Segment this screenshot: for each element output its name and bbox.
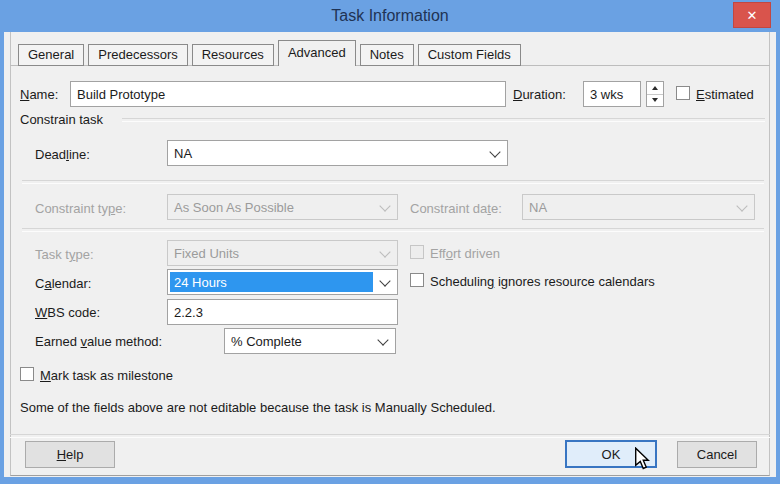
chevron-down-icon[interactable] bbox=[483, 141, 507, 165]
constraint-date-value: NA bbox=[523, 200, 730, 215]
milestone-checkbox[interactable] bbox=[20, 367, 34, 381]
wbs-label: WBS code: bbox=[35, 305, 100, 320]
wbs-input[interactable] bbox=[167, 299, 398, 325]
constraint-type-label: Constraint type: bbox=[35, 201, 126, 216]
milestone-label: Mark task as milestone bbox=[40, 368, 173, 383]
task-information-dialog: Task Information ✕ General Predecessors … bbox=[0, 0, 780, 484]
help-button[interactable]: Help bbox=[25, 441, 115, 468]
ok-button-label: OK bbox=[602, 447, 621, 462]
constraint-date-combo: NA bbox=[522, 194, 755, 220]
constrain-group-label: Constrain task bbox=[20, 112, 103, 127]
deadline-combo[interactable]: NA bbox=[167, 140, 508, 166]
close-button[interactable]: ✕ bbox=[733, 2, 771, 28]
effort-driven-label: Effort driven bbox=[430, 246, 500, 261]
chevron-glyph bbox=[379, 246, 390, 257]
constraint-type-combo: As Soon As Possible bbox=[167, 194, 398, 220]
duration-spinner bbox=[646, 81, 664, 107]
chevron-down-icon bbox=[373, 241, 397, 265]
duration-label: Duration: bbox=[513, 87, 566, 102]
calendar-value: 24 Hours bbox=[170, 272, 373, 292]
chevron-glyph bbox=[489, 146, 500, 157]
task-type-value: Fixed Units bbox=[168, 246, 373, 261]
duration-input[interactable] bbox=[583, 81, 641, 107]
chevron-down-icon bbox=[730, 195, 754, 219]
deadline-value: NA bbox=[168, 146, 483, 161]
calendar-combo[interactable]: 24 Hours bbox=[167, 269, 398, 295]
chevron-down-icon[interactable] bbox=[371, 329, 395, 353]
separator-1 bbox=[22, 180, 764, 184]
name-label: Name: bbox=[20, 87, 58, 102]
chevron-glyph bbox=[736, 200, 747, 211]
tab-resources[interactable]: Resources bbox=[192, 44, 274, 66]
chevron-down-icon[interactable] bbox=[373, 270, 397, 294]
calendar-label: Calendar: bbox=[35, 276, 91, 291]
earned-value-label: Earned value method: bbox=[35, 334, 162, 349]
cancel-button-label: Cancel bbox=[697, 447, 737, 462]
task-type-label: Task type: bbox=[35, 247, 94, 262]
chevron-glyph bbox=[377, 334, 388, 345]
cancel-button[interactable]: Cancel bbox=[677, 441, 757, 468]
chevron-glyph bbox=[379, 200, 390, 211]
triangle-up-icon bbox=[652, 86, 658, 90]
name-input[interactable] bbox=[70, 81, 506, 107]
estimated-label: Estimated bbox=[696, 87, 754, 102]
footer-divider bbox=[10, 434, 770, 438]
constraint-type-value: As Soon As Possible bbox=[168, 200, 373, 215]
earned-value-value: % Complete bbox=[225, 334, 371, 349]
close-icon: ✕ bbox=[747, 8, 758, 23]
note-text: Some of the fields above are not editabl… bbox=[20, 400, 496, 415]
scheduling-label: Scheduling ignores resource calendars bbox=[430, 274, 655, 289]
estimated-checkbox[interactable] bbox=[676, 86, 690, 100]
constraint-date-label: Constraint date: bbox=[410, 201, 502, 216]
dialog-title: Task Information bbox=[0, 0, 780, 31]
cursor-pointer-icon bbox=[634, 447, 650, 471]
constrain-group-line bbox=[122, 118, 765, 122]
effort-driven-checkbox bbox=[410, 245, 424, 259]
task-type-combo: Fixed Units bbox=[167, 240, 398, 266]
earned-value-combo[interactable]: % Complete bbox=[224, 328, 396, 354]
spinner-up-button[interactable] bbox=[647, 82, 663, 95]
scheduling-checkbox[interactable] bbox=[410, 273, 424, 287]
tab-general[interactable]: General bbox=[18, 44, 84, 66]
help-button-label: Help bbox=[57, 447, 84, 462]
tab-predecessors[interactable]: Predecessors bbox=[88, 44, 187, 66]
tab-strip: General Predecessors Resources Advanced … bbox=[18, 40, 525, 66]
titlebar[interactable]: Task Information ✕ bbox=[0, 0, 780, 32]
spinner-down-button[interactable] bbox=[647, 95, 663, 107]
tab-custom-fields[interactable]: Custom Fields bbox=[418, 44, 521, 66]
tab-notes[interactable]: Notes bbox=[360, 44, 414, 66]
separator-2 bbox=[22, 228, 764, 232]
chevron-down-icon bbox=[373, 195, 397, 219]
triangle-down-icon bbox=[652, 98, 658, 102]
chevron-glyph bbox=[379, 275, 390, 286]
tab-advanced[interactable]: Advanced bbox=[278, 40, 356, 66]
deadline-label: Deadline: bbox=[35, 147, 90, 162]
